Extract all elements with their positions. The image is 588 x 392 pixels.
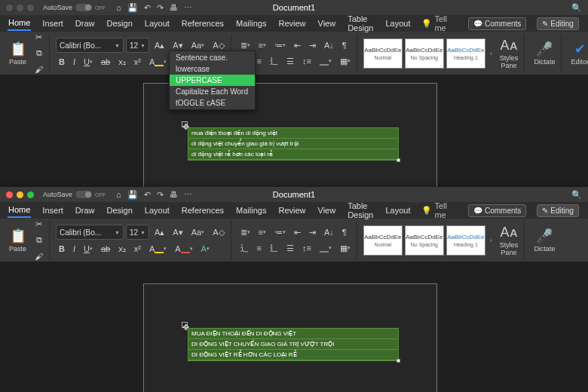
numbering-icon[interactable]: ≡▾ [256,38,269,52]
style-no-spacing[interactable]: AaBbCcDdEeNo Spacing [405,38,444,69]
copy-icon[interactable]: ⧉ [32,47,46,60]
tab-insert[interactable]: Insert [41,17,64,30]
multilevel-icon[interactable]: ≔▾ [271,38,289,52]
home-icon[interactable]: ⌂ [116,190,121,200]
numbering-icon[interactable]: ≡▾ [256,225,269,239]
align-center-icon[interactable]: ≡ [254,241,265,255]
strike-icon[interactable]: ab [98,242,113,256]
tab-home[interactable]: Home [8,16,31,31]
tab-table-design[interactable]: Table Design [347,12,374,35]
print-icon[interactable]: 🖶 [170,3,178,13]
tab-references[interactable]: References [181,17,225,30]
style-heading1[interactable]: AaBbCcDdEeHeading 1 [446,225,485,256]
dictate-button[interactable]: 🎤Dictate [531,39,558,67]
multilevel-icon[interactable]: ≔▾ [271,225,289,239]
search-icon[interactable]: 🔍 [571,190,582,200]
superscript-icon[interactable]: x² [131,55,144,69]
case-uppercase[interactable]: UPPERCASE [170,75,255,86]
tab-view[interactable]: View [317,204,337,217]
paste-button[interactable]: 📋 Paste [6,39,29,67]
justify-icon[interactable]: ☰ [283,54,297,68]
tab-draw[interactable]: Draw [75,17,96,30]
zoom-window-icon[interactable] [27,191,34,198]
selected-table[interactable]: MUA ĐIỆN THOẠI ĐẾN DI ĐỘNG VIỆT DI ĐỘNG … [188,328,399,361]
indent-icon[interactable]: ⇥ [306,225,319,239]
tab-review[interactable]: Review [277,17,306,30]
highlight-icon[interactable]: A▾ [146,242,170,256]
case-toggle[interactable]: tOGGLE cASE [170,97,255,109]
case-capitalize-each[interactable]: Capitalize Each Word [170,86,255,97]
autosave-toggle[interactable]: AutoSave OFF [43,191,106,198]
selected-table[interactable]: mua điện thoại đến di động việt di động … [188,127,399,161]
redo-icon[interactable]: ↷ [157,190,164,200]
home-icon[interactable]: ⌂ [116,3,121,13]
line-spacing-icon[interactable]: ↕≡ [299,241,314,255]
table-row[interactable]: DI ĐỘNG VIỆT RẺ HƠN CÁC LOẠI RẺ [188,350,398,360]
tab-design[interactable]: Design [106,204,133,217]
text-effect-icon[interactable]: A▾ [198,242,213,256]
italic-icon[interactable]: I [70,55,78,69]
autosave-toggle[interactable]: AutoSave OFF [43,4,106,11]
line-spacing-icon[interactable]: ↕≡ [299,54,314,68]
underline-icon[interactable]: U▾ [81,242,96,256]
table-resize-handle[interactable] [397,158,400,162]
save-icon[interactable]: 💾 [127,3,138,13]
print-icon[interactable]: 🖶 [170,190,178,200]
table-row[interactable]: mua điện thoại đến di động việt [188,128,398,139]
italic-icon[interactable]: I [70,242,78,256]
align-right-icon[interactable]: ⻍ [267,54,281,68]
table-row[interactable]: di động việt rẻ hơn các loại rẻ [188,149,398,160]
change-case-icon[interactable]: Aa▾ [188,225,207,239]
tab-table-layout[interactable]: Layout [384,204,411,217]
save-icon[interactable]: 💾 [127,190,138,200]
highlight-icon[interactable]: A▾ [146,55,170,69]
minimize-window-icon[interactable] [17,5,23,11]
format-painter-icon[interactable]: 🖌 [32,250,46,263]
font-name-select[interactable]: Calibri (Bo...▼ [56,38,124,53]
bold-icon[interactable]: B [56,242,68,256]
font-color-icon[interactable]: A▾ [172,242,195,256]
outdent-icon[interactable]: ⇤ [291,225,304,239]
table-move-handle[interactable]: ✥ [182,121,188,127]
borders-icon[interactable]: ▦▾ [337,54,354,68]
tab-view[interactable]: View [317,17,337,30]
tab-design[interactable]: Design [106,17,133,30]
redo-icon[interactable]: ↷ [157,3,164,13]
close-window-icon[interactable] [6,5,13,11]
sort-icon[interactable]: A↓ [321,225,337,239]
tab-insert[interactable]: Insert [41,204,64,217]
style-heading1[interactable]: AaBbCcDdEeHeading 1 [446,38,485,69]
bullets-icon[interactable]: ≣▾ [237,225,253,239]
tab-layout[interactable]: Layout [144,17,170,30]
font-size-select[interactable]: 12▼ [126,225,149,240]
close-window-icon[interactable] [6,191,13,198]
borders-icon[interactable]: ▦▾ [337,241,354,255]
styles-pane-button[interactable]: AᴀStyles Pane [497,222,522,258]
dictate-button[interactable]: 🎤Dictate [531,226,558,254]
tab-layout[interactable]: Layout [144,204,170,217]
table-move-handle[interactable]: ✥ [182,322,188,328]
comments-button[interactable]: 💬 Comments [468,204,526,217]
tab-table-layout[interactable]: Layout [384,17,411,30]
tab-review[interactable]: Review [277,204,306,217]
align-left-icon[interactable]: ⻌ [237,241,252,255]
underline-icon[interactable]: U▾ [81,55,96,69]
shading-icon[interactable]: ▾ [317,241,335,255]
superscript-icon[interactable]: x² [131,242,144,256]
case-sentence[interactable]: Sentence case. [170,52,255,63]
subscript-icon[interactable]: x₂ [115,242,129,256]
styles-pane-button[interactable]: AᴀStyles Pane [497,35,522,71]
tell-me[interactable]: 💡 Tell me [421,201,447,219]
style-normal[interactable]: AaBbCcDdEeNormal [363,225,403,256]
tab-mailings[interactable]: Mailings [235,17,267,30]
table-resize-handle[interactable] [397,359,400,363]
subscript-icon[interactable]: x₂ [115,55,129,69]
autosave-switch[interactable] [75,4,92,11]
editing-button[interactable]: ✎ Editing [537,204,579,217]
overflow-icon[interactable]: ⋯ [184,3,192,13]
cut-icon[interactable]: ✂ [32,219,46,231]
justify-icon[interactable]: ☰ [283,241,297,255]
undo-icon[interactable]: ↶ [144,190,151,200]
grow-font-icon[interactable]: A▴ [152,38,167,52]
tab-table-design[interactable]: Table Design [347,199,374,222]
